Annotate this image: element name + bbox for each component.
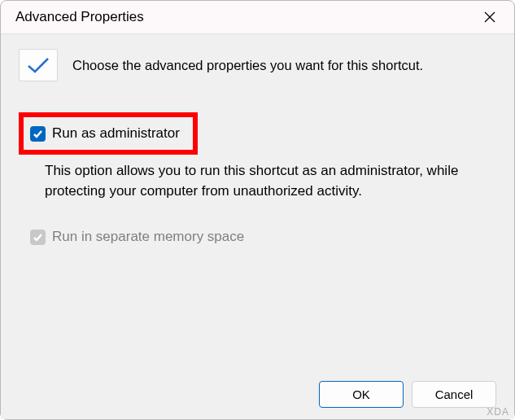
titlebar: Advanced Properties [1, 1, 514, 33]
ok-button[interactable]: OK [319, 381, 404, 408]
run-as-admin-description: This option allows you to run this short… [45, 161, 464, 201]
header-text: Choose the advanced properties you want … [72, 58, 423, 73]
close-button[interactable] [477, 4, 503, 30]
dialog-title: Advanced Properties [15, 9, 144, 25]
run-as-admin-label: Run as administrator [52, 125, 180, 142]
header-row: Choose the advanced properties you want … [19, 49, 496, 81]
run-as-admin-checkbox[interactable] [30, 126, 46, 142]
highlight-box: Run as administrator [19, 112, 198, 155]
button-row: OK Cancel [319, 381, 496, 408]
check-icon [33, 232, 43, 243]
separate-memory-option: Run in separate memory space [30, 229, 496, 245]
checkmark-icon [19, 49, 58, 81]
close-icon [484, 11, 495, 23]
dialog-body: Choose the advanced properties you want … [1, 33, 514, 419]
separate-memory-label: Run in separate memory space [52, 229, 244, 245]
check-icon [33, 129, 43, 139]
run-as-admin-option[interactable]: Run as administrator [30, 125, 180, 142]
separate-memory-checkbox [30, 230, 46, 245]
advanced-properties-dialog: Advanced Properties Choose the advanced … [0, 0, 515, 420]
cancel-button[interactable]: Cancel [412, 381, 496, 408]
watermark: XDA [487, 406, 509, 418]
